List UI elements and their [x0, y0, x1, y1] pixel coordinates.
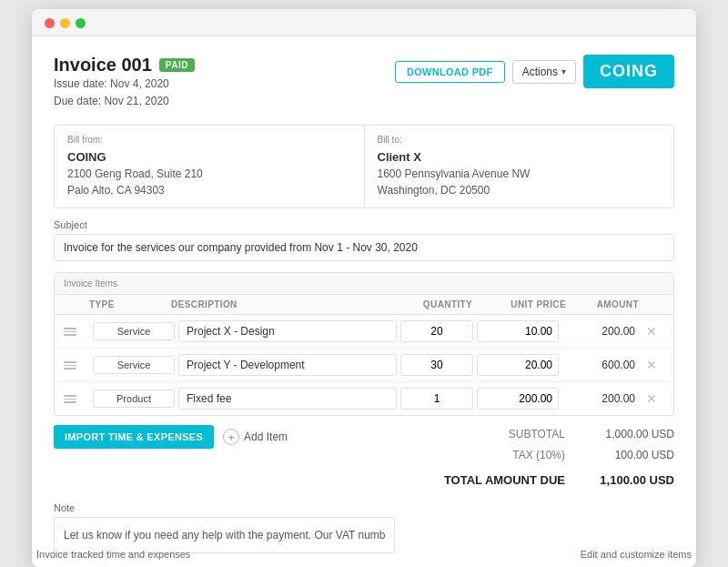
drag-handle[interactable]: [64, 361, 89, 370]
actions-button[interactable]: Actions ▾: [512, 60, 576, 84]
col-description: DESCRIPTION: [171, 299, 411, 309]
invoice-title: Invoice 001: [54, 55, 152, 76]
bill-from-address1: 2100 Geng Road, Suite 210: [67, 166, 351, 182]
invoice-dates: Issue date: Nov 4, 2020 Due date: Nov 21…: [54, 76, 195, 110]
subtotal-row: SUBTOTAL 1,000.00 USD: [444, 425, 674, 445]
traffic-light-green[interactable]: [76, 18, 86, 28]
total-row: TOTAL AMOUNT DUE 1,100.00 USD: [444, 470, 674, 491]
col-delete: [639, 299, 664, 309]
table-row: Service 200.00 ✕: [55, 315, 673, 349]
note-label: Note: [54, 502, 674, 513]
add-item-button[interactable]: + Add Item: [223, 429, 288, 445]
bill-to-name: Client X: [378, 150, 662, 164]
invoice-content: Invoice 001 Paid Issue date: Nov 4, 2020…: [32, 36, 696, 567]
bill-to-address1: 1600 Pennsylvania Avenue NW: [378, 166, 662, 182]
table-row: Product 200.00 ✕: [55, 382, 673, 415]
delete-item-icon[interactable]: ✕: [639, 391, 664, 406]
total-label: TOTAL AMOUNT DUE: [444, 470, 565, 491]
delete-item-icon[interactable]: ✕: [639, 324, 664, 339]
plus-circle-icon: +: [223, 429, 239, 445]
bill-from-address2: Palo Alto, CA 94303: [67, 182, 351, 198]
item-unit-price[interactable]: [477, 388, 559, 410]
logo: COING: [583, 55, 674, 88]
actions-label: Actions: [522, 66, 558, 78]
totals-box: SUBTOTAL 1,000.00 USD TAX (10%) 100.00 U…: [444, 425, 674, 491]
item-rows-container: Service 200.00 ✕ Service 600.00 ✕: [55, 315, 673, 415]
item-unit-price[interactable]: [477, 320, 559, 342]
due-date: Due date: Nov 21, 2020: [54, 93, 195, 110]
note-input[interactable]: [54, 517, 395, 553]
traffic-light-yellow[interactable]: [60, 18, 70, 28]
item-type: Service: [93, 322, 175, 340]
bottom-annotation-left: Invoice tracked time and expenses: [36, 549, 190, 560]
bottom-annotation-right: Edit and customize items: [581, 549, 692, 560]
table-row: Service 600.00 ✕: [55, 349, 673, 382]
col-unit-price: UNIT PRICE: [484, 299, 566, 309]
item-amount: 200.00: [562, 325, 635, 338]
drag-handle[interactable]: [64, 395, 89, 403]
bottom-annotations: Invoice tracked time and expenses Edit a…: [0, 549, 728, 560]
bill-to-section: Bill to: Client X 1600 Pennsylvania Aven…: [364, 126, 674, 208]
add-item-label: Add Item: [244, 430, 288, 443]
tax-row: TAX (10%) 100.00 USD: [444, 446, 674, 466]
item-quantity[interactable]: [400, 320, 473, 342]
invoice-title-group: Invoice 001 Paid Issue date: Nov 4, 2020…: [54, 55, 195, 121]
subtotal-value: 1,000.00 USD: [583, 425, 674, 445]
col-type: TYPE: [89, 299, 171, 309]
col-drag: [64, 299, 89, 309]
delete-item-icon[interactable]: ✕: [639, 358, 664, 372]
drag-handle[interactable]: [64, 328, 89, 336]
col-quantity: QUANTITY: [411, 299, 484, 309]
item-type: Service: [93, 356, 175, 374]
item-description[interactable]: [178, 354, 397, 376]
invoice-items-box: Invoice Items TYPE DESCRIPTION QUANTITY …: [54, 272, 674, 416]
invoice-header: Invoice 001 Paid Issue date: Nov 4, 2020…: [54, 55, 674, 121]
bill-to-address2: Washington, DC 20500: [378, 182, 662, 198]
column-headers: TYPE DESCRIPTION QUANTITY UNIT PRICE AMO…: [55, 295, 673, 315]
browser-chrome: [32, 9, 696, 36]
subtotal-label: SUBTOTAL: [509, 425, 565, 445]
bill-from-section: Bill from: COING 2100 Geng Road, Suite 2…: [55, 126, 364, 208]
chevron-down-icon: ▾: [561, 66, 566, 76]
item-type: Product: [93, 390, 175, 408]
paid-badge: Paid: [159, 58, 195, 72]
item-quantity[interactable]: [400, 354, 473, 376]
bill-from-label: Bill from:: [67, 135, 351, 145]
import-time-expenses-button[interactable]: IMPORT TIME & EXPENSES: [54, 425, 214, 449]
traffic-light-red[interactable]: [45, 18, 55, 28]
header-actions: DOWNLOAD PDF Actions ▾ COING: [395, 55, 674, 88]
tax-label: TAX (10%): [512, 446, 565, 466]
download-pdf-button[interactable]: DOWNLOAD PDF: [395, 61, 505, 83]
item-quantity[interactable]: [400, 388, 473, 410]
item-unit-price[interactable]: [477, 354, 559, 376]
item-description[interactable]: [178, 320, 397, 342]
browser-window: Invoice 001 Paid Issue date: Nov 4, 2020…: [32, 9, 696, 567]
left-actions: IMPORT TIME & EXPENSES + Add Item: [54, 425, 288, 449]
col-amount: AMOUNT: [566, 299, 639, 309]
total-value: 1,100.00 USD: [583, 470, 674, 491]
issue-date: Issue date: Nov 4, 2020: [54, 76, 195, 93]
items-header-bar: Invoice Items: [55, 273, 673, 295]
bill-from-name: COING: [67, 150, 351, 164]
item-amount: 200.00: [562, 392, 635, 405]
bottom-actions-row: IMPORT TIME & EXPENSES + Add Item SUBTOT…: [54, 425, 674, 491]
item-description[interactable]: [178, 388, 397, 410]
tax-value: 100.00 USD: [583, 446, 674, 466]
subject-input[interactable]: [54, 234, 674, 261]
invoice-title-row: Invoice 001 Paid: [54, 55, 195, 76]
bill-to-label: Bill to:: [378, 135, 662, 145]
subject-label: Subject: [54, 219, 674, 230]
bill-section-row: Bill from: COING 2100 Geng Road, Suite 2…: [54, 125, 674, 208]
item-amount: 600.00: [562, 359, 635, 371]
